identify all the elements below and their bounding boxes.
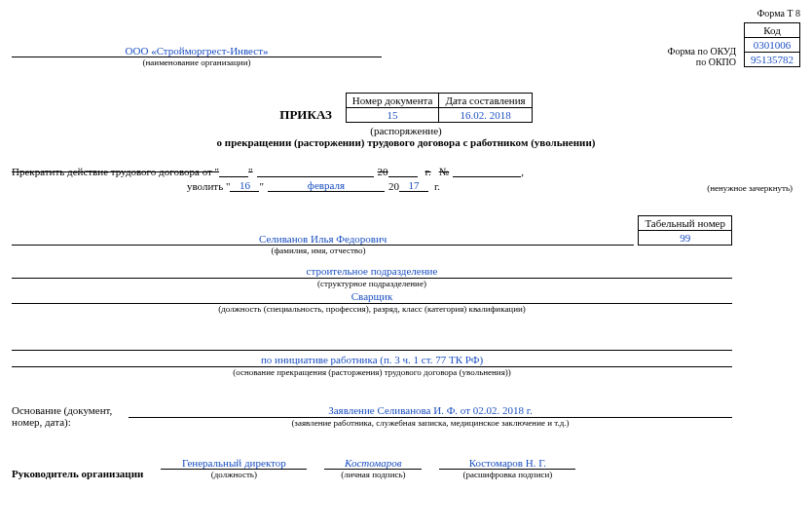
terminate-day: [219, 176, 248, 177]
g-label2: г.: [434, 180, 440, 192]
org-name: ООО «Стройморгрест-Инвест»: [12, 45, 382, 57]
position: Сварщик: [12, 290, 732, 304]
reason-blank-line: [12, 337, 732, 351]
basis-caption: (заявление работника, служебная записка,…: [129, 418, 732, 428]
head-sign: Костомаров: [324, 457, 422, 470]
okud-label: Форма по ОКУД: [668, 46, 740, 57]
title: ПРИКАЗ: [279, 107, 332, 123]
no-label: №: [439, 166, 450, 177]
form-label: Форма Т 8: [12, 8, 800, 19]
year-prefix2: 20: [388, 180, 399, 192]
q2b: ": [259, 180, 264, 192]
contract-no: [453, 176, 521, 177]
g-label: г.: [425, 166, 431, 177]
terminate-year: [388, 176, 418, 177]
reason-caption: (основание прекращения (расторжения) тру…: [12, 367, 732, 377]
org-caption: (наименование организации): [12, 57, 382, 67]
head-decipher: Костомаров Н. Г.: [439, 457, 575, 470]
code-header: Код: [745, 23, 800, 38]
dismiss-month: февраля: [268, 179, 385, 192]
head-sign-caption: (личная подпись): [341, 470, 405, 479]
q2: ": [248, 166, 253, 177]
tab-table: Табельный номер 99: [638, 215, 732, 246]
tab-no: 99: [639, 231, 732, 246]
doc-no-header: Номер документа: [346, 94, 439, 108]
year-prefix: 20: [378, 166, 388, 177]
doc-meta-table: Номер документа Дата составления 15 16.0…: [346, 93, 533, 123]
doc-date: 16.02. 2018: [439, 108, 532, 123]
subtitle2: о прекращении (расторжении) трудового до…: [12, 136, 800, 148]
okud-code: 0301006: [745, 38, 800, 53]
okpo-code: 95135782: [745, 53, 800, 67]
code-table: Код 0301006 95135782: [744, 22, 800, 67]
terminate-prefix: Прекратить действие трудового договора о…: [12, 166, 219, 177]
reason: по инициативе работника (п. 3 ч. 1 ст. 7…: [12, 354, 732, 367]
doc-no: 15: [346, 108, 439, 123]
head-position: Генеральный директор: [161, 457, 307, 470]
dismiss-day: 16: [230, 179, 259, 192]
dept: строительное подразделение: [12, 265, 732, 279]
head-label: Руководитель организации: [12, 468, 143, 479]
subtitle1: (распоряжение): [12, 125, 800, 136]
side-note: (ненужное зачеркнуть): [707, 183, 793, 193]
head-pos-caption: (должность): [211, 470, 257, 479]
okpo-label: по ОКПО: [696, 57, 740, 67]
basis-label1: Основание (документ,: [12, 404, 129, 416]
doc-date-header: Дата составления: [439, 94, 532, 108]
terminate-month: [257, 176, 374, 177]
dismiss-year: 17: [399, 179, 428, 192]
basis-label2: номер, дата):: [12, 416, 129, 428]
emp-name: Селиванов Илья Федорович: [12, 233, 634, 246]
tab-header: Табельный номер: [639, 216, 732, 231]
position-caption: (должность (специальность, профессия), р…: [12, 304, 732, 314]
dept-caption: (структурное подразделение): [12, 279, 732, 288]
emp-name-caption: (фамилия, имя, отчество): [12, 246, 625, 255]
basis-text: Заявление Селиванова И. Ф. от 02.02. 201…: [129, 404, 732, 418]
dismiss-prefix: уволить ": [187, 180, 230, 192]
head-decipher-caption: (расшифровка подписи): [462, 470, 552, 479]
